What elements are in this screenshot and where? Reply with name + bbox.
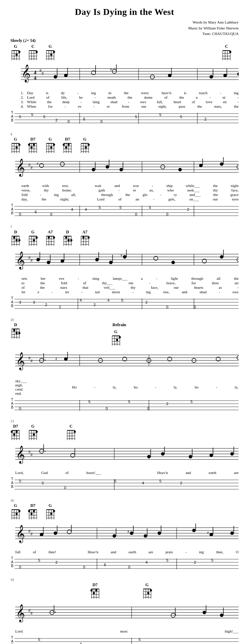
lyric-word: - xyxy=(95,95,96,99)
chord-diag-G6 xyxy=(28,235,38,247)
chord-G-sec6b: G xyxy=(45,503,55,520)
svg-point-495 xyxy=(113,534,116,538)
svg-point-122 xyxy=(33,144,35,146)
svg-text:T: T xyxy=(11,477,13,481)
lyric-word: While xyxy=(27,100,36,104)
svg-text:5: 5 xyxy=(139,637,141,642)
svg-text:3: 3 xyxy=(42,481,44,485)
svg-text:3: 3 xyxy=(33,300,35,304)
lyric-word: fall, xyxy=(157,100,163,104)
svg-text:4: 4 xyxy=(80,298,82,302)
chord-diag-D2 xyxy=(62,235,73,247)
lyric-word: deep xyxy=(62,100,70,104)
svg-text:0: 0 xyxy=(106,406,108,411)
lyric-word: - xyxy=(94,104,95,108)
chord-row-1: G C xyxy=(10,44,239,61)
svg-point-121 xyxy=(30,146,33,149)
lyric-word: the xyxy=(234,104,239,108)
lyric-word: u xyxy=(196,95,198,99)
svg-text:A: A xyxy=(11,481,14,485)
svg-point-395 xyxy=(33,433,35,436)
svg-point-170 xyxy=(92,168,95,171)
chord-diag-D7 xyxy=(28,143,38,154)
svg-point-132 xyxy=(50,146,52,149)
svg-point-281 xyxy=(109,261,113,264)
svg-text:5: 5 xyxy=(43,115,45,119)
chord-diag-G5 xyxy=(80,143,90,154)
svg-point-334 xyxy=(119,336,121,338)
svg-text:B: B xyxy=(11,485,14,489)
svg-text:𝄞: 𝄞 xyxy=(16,525,25,543)
chord-D-1: D xyxy=(10,230,21,247)
svg-text:#: # xyxy=(30,452,33,457)
svg-text:𝄞: 𝄞 xyxy=(16,352,25,370)
svg-point-385 xyxy=(13,433,15,436)
svg-text:0: 0 xyxy=(19,565,21,569)
svg-point-322 xyxy=(13,329,15,331)
svg-point-260 xyxy=(88,236,90,239)
staff-svg-2: 𝄞 # # # xyxy=(10,154,239,182)
chord-D7-sec5: D7 xyxy=(10,424,21,441)
lyric-word: be xyxy=(79,95,82,99)
svg-text:4: 4 xyxy=(145,560,148,564)
svg-text:5: 5 xyxy=(190,400,193,404)
svg-text:0: 0 xyxy=(194,305,196,309)
credits-words: Words by Mary Ann Lathbury xyxy=(10,19,239,25)
svg-point-154 xyxy=(88,144,90,146)
lyric-word: - xyxy=(220,91,221,95)
svg-point-78 xyxy=(237,72,239,76)
svg-text:#: # xyxy=(30,531,33,536)
svg-point-405 xyxy=(74,431,76,433)
svg-text:T: T xyxy=(11,398,13,402)
section-4: 10 D Refrain xyxy=(10,318,239,414)
svg-point-216 xyxy=(18,239,20,241)
svg-point-551 xyxy=(150,589,152,591)
chord-row-7: D7 G xyxy=(10,582,239,599)
svg-text:5: 5 xyxy=(135,115,137,119)
svg-text:3: 3 xyxy=(19,300,21,304)
svg-text:#: # xyxy=(37,162,38,166)
svg-point-178 xyxy=(199,164,203,167)
chord-diagram-C2 xyxy=(221,50,232,61)
svg-text:2: 2 xyxy=(204,117,206,121)
svg-point-417 xyxy=(45,450,46,451)
chord-A7-1: A7 xyxy=(45,230,55,247)
svg-point-120 xyxy=(28,144,30,146)
svg-text:5: 5 xyxy=(211,558,213,562)
svg-text:#: # xyxy=(42,71,44,76)
svg-text:#: # xyxy=(121,253,122,257)
credits-music: Music by William Fiske Sherwin xyxy=(10,25,239,31)
lyric-word: dy xyxy=(61,91,65,95)
measure-num-2: 4 xyxy=(10,132,239,136)
lyric-word: - xyxy=(128,100,130,104)
staff-svg-3: 𝄞 # # # xyxy=(10,247,239,275)
svg-text:B: B xyxy=(11,304,14,308)
svg-text:5: 5 xyxy=(38,637,40,642)
svg-text:0: 0 xyxy=(135,212,137,216)
chord-G-refrain: G xyxy=(111,329,121,346)
svg-point-110 xyxy=(16,146,18,149)
svg-text:2: 2 xyxy=(59,305,61,309)
chord-G-6: G xyxy=(28,230,38,247)
svg-point-502 xyxy=(158,531,161,535)
lyric-word: of xyxy=(192,100,195,104)
svg-text:4: 4 xyxy=(85,207,87,212)
svg-text:A: A xyxy=(11,115,14,118)
svg-point-465 xyxy=(28,510,30,512)
lyric-word: the xyxy=(47,100,52,104)
svg-point-74 xyxy=(210,75,213,79)
svg-text:6: 6 xyxy=(35,210,37,214)
svg-point-348 xyxy=(45,359,46,360)
svg-text:0: 0 xyxy=(64,486,66,490)
lyric-word: of xyxy=(164,95,167,99)
section-7: 19 D7 xyxy=(10,578,239,644)
svg-point-423 xyxy=(161,452,164,456)
chord-G-4: G xyxy=(45,137,55,154)
lyric-word: ing xyxy=(234,91,239,95)
song-title: Day Is Dying in the West xyxy=(10,7,239,17)
svg-text:5: 5 xyxy=(38,558,40,562)
svg-point-153 xyxy=(85,146,87,149)
lyric-word: the xyxy=(124,91,128,95)
lyric-word: ows xyxy=(140,100,146,104)
chord-diag-Gs6b xyxy=(45,509,55,520)
